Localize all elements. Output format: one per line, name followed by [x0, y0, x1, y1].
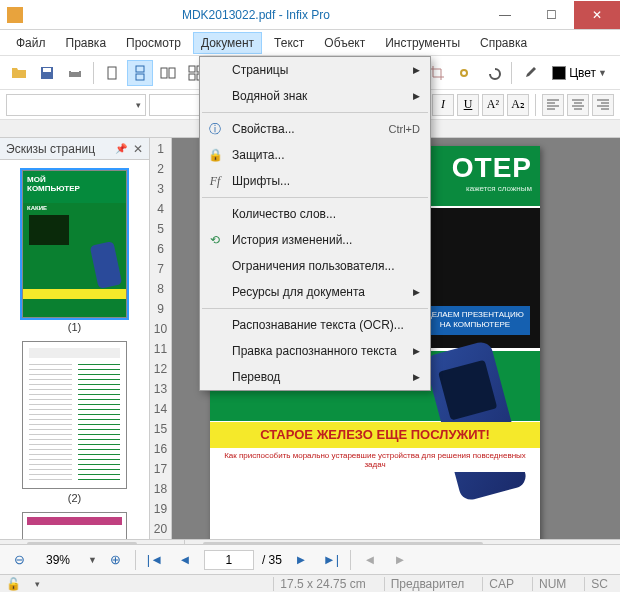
back-button[interactable]: ◄	[359, 549, 381, 571]
menu-properties[interactable]: ⓘСвойства...Ctrl+D	[200, 116, 430, 142]
thumbnail-page-2[interactable]: (2)	[22, 341, 127, 504]
link-button[interactable]	[452, 60, 478, 86]
menu-document[interactable]: Документ	[193, 32, 262, 54]
align-center-button[interactable]	[567, 94, 589, 116]
page-continuous-button[interactable]	[127, 60, 153, 86]
svg-rect-9	[189, 66, 195, 72]
svg-rect-4	[108, 67, 116, 79]
menu-edit-ocr[interactable]: Правка распознанного текста▶	[200, 338, 430, 364]
last-page-button[interactable]: ►|	[320, 549, 342, 571]
next-page-button[interactable]: ►	[290, 549, 312, 571]
svg-rect-6	[136, 74, 144, 80]
maximize-button[interactable]: ☐	[528, 1, 574, 29]
svg-rect-8	[169, 68, 175, 78]
svg-rect-5	[136, 66, 144, 72]
status-cap: CAP	[482, 577, 520, 591]
menu-ocr[interactable]: Распознавание текста (OCR)...	[200, 312, 430, 338]
menu-file[interactable]: Файл	[8, 32, 54, 54]
thumbnail-page-1[interactable]: МОЙКОМПЬЮТЕР КАКИЕ (1)	[22, 170, 127, 333]
thumbnails-title: Эскизы страниц	[6, 142, 95, 156]
document-menu-dropdown: Страницы▶ Водяной знак▶ ⓘСвойства...Ctrl…	[199, 56, 431, 391]
thumbnail-caption: (2)	[22, 492, 127, 504]
menu-text[interactable]: Текст	[266, 32, 312, 54]
underline-button[interactable]: U	[457, 94, 479, 116]
lock-status-icon: 🔓	[6, 577, 21, 591]
menu-watermark[interactable]: Водяной знак▶	[200, 83, 430, 109]
window-title: MDK2013022.pdf - Infix Pro	[30, 8, 482, 22]
status-num: NUM	[532, 577, 572, 591]
svg-rect-11	[189, 74, 195, 80]
app-icon	[7, 7, 23, 23]
svg-rect-7	[161, 68, 167, 78]
lock-icon: 🔒	[206, 148, 224, 162]
menu-security[interactable]: 🔒Защита...	[200, 142, 430, 168]
thumbnails-panel: Эскизы страниц 📌 ✕ МОЙКОМПЬЮТЕР КАКИЕ (1…	[0, 138, 150, 556]
menubar: Файл Правка Просмотр Документ Текст Объе…	[0, 30, 620, 56]
font-family-select[interactable]: ▾	[6, 94, 146, 116]
menu-fonts[interactable]: FfШрифты...	[200, 168, 430, 194]
status-scr: SC	[584, 577, 614, 591]
first-page-button[interactable]: |◄	[144, 549, 166, 571]
page-red-sub: Как приспособить морально устаревшие уст…	[210, 448, 540, 472]
minimize-button[interactable]: —	[482, 1, 528, 29]
color-swatch-icon	[552, 66, 566, 80]
menu-word-count[interactable]: Количество слов...	[200, 201, 430, 227]
open-button[interactable]	[6, 60, 32, 86]
menu-pages[interactable]: Страницы▶	[200, 57, 430, 83]
zoom-out-button[interactable]: ⊖	[8, 549, 30, 571]
save-button[interactable]	[34, 60, 60, 86]
menu-edit[interactable]: Правка	[58, 32, 115, 54]
page-number-input[interactable]	[204, 550, 254, 570]
page-masthead: ОТЕР	[452, 152, 532, 184]
font-icon: Ff	[206, 174, 224, 189]
menu-tools[interactable]: Инструменты	[377, 32, 468, 54]
status-bar: 🔓 ▾ 17.5 x 24.75 cm Предварител CAP NUM …	[0, 574, 620, 592]
forward-button[interactable]: ►	[389, 549, 411, 571]
color-picker[interactable]: Цвет ▼	[545, 60, 614, 86]
close-panel-button[interactable]: ✕	[133, 142, 143, 156]
page-total: / 35	[262, 553, 282, 567]
prev-page-button[interactable]: ◄	[174, 549, 196, 571]
menu-view[interactable]: Просмотр	[118, 32, 189, 54]
navigation-bar: ⊖ 39% ▼ ⊕ |◄ ◄ / 35 ► ►| ◄ ►	[0, 544, 620, 574]
page-facing-button[interactable]	[155, 60, 181, 86]
menu-history[interactable]: ⟲История изменений...	[200, 227, 430, 253]
print-button[interactable]	[62, 60, 88, 86]
color-label: Цвет	[569, 66, 596, 80]
page-single-button[interactable]	[99, 60, 125, 86]
menu-document-resources[interactable]: Ресурсы для документа▶	[200, 279, 430, 305]
menu-translate[interactable]: Перевод▶	[200, 364, 430, 390]
menu-object[interactable]: Объект	[316, 32, 373, 54]
menu-user-restrictions[interactable]: Ограничения пользователя...	[200, 253, 430, 279]
align-right-button[interactable]	[592, 94, 614, 116]
superscript-button[interactable]: A²	[482, 94, 504, 116]
menu-help[interactable]: Справка	[472, 32, 535, 54]
status-mode: Предварител	[384, 577, 471, 591]
pin-icon[interactable]: 📌	[115, 143, 127, 154]
history-icon: ⟲	[206, 233, 224, 247]
vertical-ruler: 12345678910 11121314151617181920 2122232…	[150, 138, 172, 556]
eyedropper-button[interactable]	[517, 60, 543, 86]
thumbnail-caption: (1)	[22, 321, 127, 333]
page-yellow-band: СТАРОЕ ЖЕЛЕЗО ЕЩЕ ПОСЛУЖИТ!	[210, 422, 540, 448]
info-icon: ⓘ	[206, 121, 224, 138]
italic-button[interactable]: I	[432, 94, 454, 116]
page-tagline: кажется сложным	[466, 184, 532, 193]
status-dimensions: 17.5 x 24.75 cm	[273, 577, 371, 591]
page-bluebox: ДЕЛАЕМ ПРЕЗЕНТАЦИЮ НА КОМПЬЮТЕРЕ	[420, 306, 530, 335]
svg-rect-1	[43, 68, 51, 72]
close-button[interactable]: ✕	[574, 1, 620, 29]
zoom-value[interactable]: 39%	[38, 553, 78, 567]
subscript-button[interactable]: A₂	[507, 94, 529, 116]
thumbnails-header: Эскизы страниц 📌 ✕	[0, 138, 149, 160]
zoom-dropdown[interactable]: ▼	[88, 555, 97, 565]
zoom-in-button[interactable]: ⊕	[105, 549, 127, 571]
undo-button[interactable]	[480, 60, 506, 86]
titlebar: MDK2013022.pdf - Infix Pro — ☐ ✕	[0, 0, 620, 30]
align-left-button[interactable]	[542, 94, 564, 116]
svg-rect-3	[71, 67, 79, 72]
